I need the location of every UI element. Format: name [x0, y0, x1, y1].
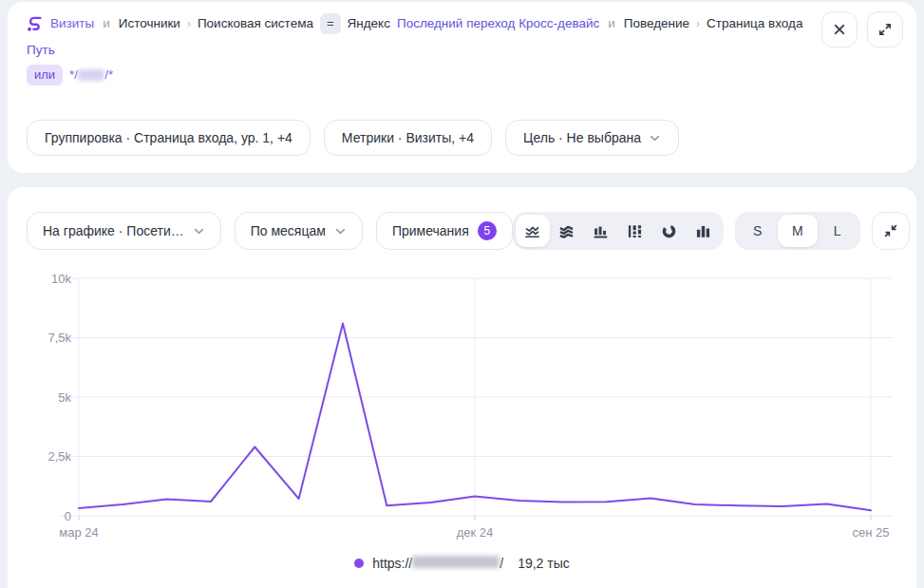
size-s-label: S [753, 223, 762, 238]
source-value[interactable]: Яндекс [348, 14, 390, 33]
chart-type-stacked-area-button[interactable] [550, 215, 584, 247]
path-pattern[interactable]: *//* [69, 66, 113, 85]
chart-controls-right: S M L [513, 212, 910, 250]
chart-card: На графике · Посети… По месяцам Примечан… [8, 187, 916, 588]
blurred-domain [412, 556, 500, 568]
filters-card: Визиты и Источники › Поисковая система =… [8, 2, 916, 173]
close-icon [832, 22, 847, 37]
legend-url-separator: / [500, 556, 503, 571]
chevron-down-icon [649, 132, 661, 144]
chart-controls-row: На графике · Посети… По месяцам Примечан… [27, 212, 897, 250]
stacked-area-chart-icon [558, 223, 575, 239]
blurred-path-segment [78, 69, 104, 81]
size-l-label: L [834, 223, 841, 238]
stacked-bar-chart-icon [627, 223, 643, 239]
notes-button[interactable]: Примечания 5 [376, 212, 513, 250]
chart-area: 02,5k5k7,5k10kмар 24дек 24сен 25 [27, 267, 897, 548]
line-chart-icon [524, 223, 540, 239]
close-button[interactable] [821, 11, 858, 47]
behavior-field[interactable]: Страница входа [707, 14, 802, 33]
behavior-condition-link[interactable]: Путь [27, 41, 55, 60]
chevron-down-icon [334, 225, 347, 237]
metrics-chip[interactable]: Метрики · Визиты, +4 [324, 120, 492, 156]
pie-chart-icon [661, 223, 677, 239]
chart-legend: https:/// 19,2 тыс [27, 556, 897, 571]
collapse-icon [883, 223, 898, 238]
svg-text:сен 25: сен 25 [852, 525, 889, 540]
svg-text:дек 24: дек 24 [457, 525, 494, 540]
source-field[interactable]: Поисковая система [198, 14, 313, 33]
behavior-section[interactable]: Поведение [624, 14, 689, 33]
chart-type-line-button[interactable] [516, 215, 550, 247]
chart-type-switcher [513, 212, 724, 250]
collapse-chart-button[interactable] [872, 212, 910, 250]
legend-dot-icon [354, 559, 364, 568]
svg-text:7,5k: 7,5k [47, 331, 71, 345]
chevron-down-icon [193, 225, 205, 237]
source-condition-link[interactable]: Последний переход Кросс-девайс [397, 14, 599, 33]
size-s-button[interactable]: S [738, 215, 778, 247]
notes-count-badge: 5 [478, 221, 497, 240]
grouping-chip-label: Группировка · Страница входа, ур. 1, +4 [45, 130, 292, 145]
svg-text:2,5k: 2,5k [47, 449, 71, 464]
legend-total: 19,2 тыс [518, 556, 570, 571]
chart-size-switcher: S M L [735, 212, 860, 250]
svg-text:0: 0 [65, 509, 71, 523]
svg-text:мар 24: мар 24 [59, 525, 98, 540]
expand-icon [877, 22, 893, 37]
legend-url: https:/// [372, 556, 503, 571]
legend-url-prefix: https:// [372, 556, 412, 571]
filter-breadcrumb-line2: или *//* [27, 65, 815, 85]
bar-chart-icon [593, 223, 609, 239]
period-dropdown[interactable]: По месяцам [235, 212, 363, 250]
period-dropdown-label: По месяцам [251, 223, 326, 238]
size-m-button[interactable]: M [778, 215, 818, 247]
chart-type-columns-button[interactable] [687, 215, 721, 247]
source-section[interactable]: Источники [119, 14, 180, 33]
size-l-button[interactable]: L [818, 215, 858, 247]
on-chart-dropdown-label: На графике · Посети… [43, 223, 184, 238]
on-chart-dropdown[interactable]: На графике · Посети… [27, 212, 221, 250]
conjunction: и [606, 14, 617, 33]
chart-type-pie-button[interactable] [652, 215, 687, 247]
breadcrumb-separator-icon: › [187, 14, 191, 33]
window-buttons [821, 11, 903, 47]
filter-breadcrumb-line1: Визиты и Источники › Поисковая система =… [27, 13, 815, 60]
operator-badge[interactable]: = [320, 13, 341, 34]
visits-chart[interactable]: 02,5k5k7,5k10kмар 24дек 24сен 25 [27, 267, 897, 544]
expand-button[interactable] [867, 11, 903, 47]
path-pattern-prefix: */ [69, 67, 78, 82]
column-chart-icon [695, 223, 711, 239]
goal-chip[interactable]: Цель · Не выбрана [505, 120, 679, 156]
svg-text:10k: 10k [51, 272, 71, 286]
notes-button-label: Примечания [392, 223, 469, 238]
segment-icon [27, 15, 44, 32]
grouping-chip[interactable]: Группировка · Страница входа, ур. 1, +4 [27, 120, 311, 156]
legend-item[interactable]: https:/// 19,2 тыс [354, 556, 570, 571]
goal-chip-label: Цель · Не выбрана [523, 130, 641, 145]
conjunction: и [101, 14, 112, 33]
chart-type-stacked-bars-button[interactable] [618, 215, 652, 247]
path-pattern-suffix: /* [104, 67, 113, 82]
segment-label[interactable]: Визиты [50, 14, 94, 33]
chart-type-bars-button[interactable] [584, 215, 618, 247]
metrics-chip-label: Метрики · Визиты, +4 [342, 130, 474, 145]
chart-controls-left: На графике · Посети… По месяцам Примечан… [27, 212, 513, 250]
filter-chips-row: Группировка · Страница входа, ур. 1, +4 … [27, 120, 897, 156]
size-m-label: M [792, 223, 803, 238]
or-operator-badge[interactable]: или [27, 65, 63, 85]
svg-text:5k: 5k [58, 390, 71, 405]
breadcrumb-separator-icon: › [696, 14, 700, 33]
